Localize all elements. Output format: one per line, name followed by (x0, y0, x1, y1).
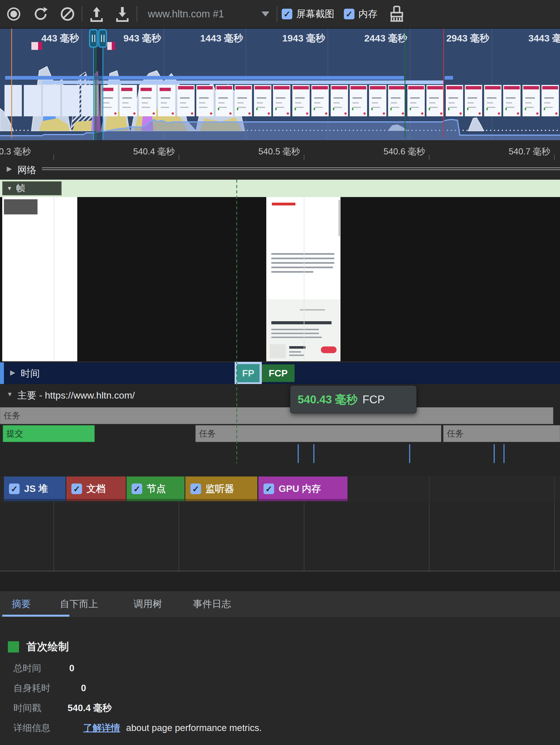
reload-button[interactable] (31, 4, 50, 24)
garbage-collect-icon (389, 5, 405, 23)
screenshot-marker-light (107, 42, 112, 50)
gpu-memory-checkbox[interactable]: ✓ (264, 484, 274, 494)
memory-checkbox[interactable]: ✓ (344, 9, 354, 19)
learn-more-link[interactable]: 了解详情 (83, 722, 120, 733)
timings-track[interactable]: ▶ 时间 FP FCP (0, 362, 560, 384)
summary-pane: 首次绘制 总时间 0 自身耗时 0 时间戳 540.4 毫秒 详细信息 了解详情… (0, 617, 560, 745)
overview-time-label: 1943 毫秒 (252, 32, 325, 45)
page-text-line (271, 333, 319, 334)
page-scrollbar (339, 200, 340, 236)
listeners-checkbox[interactable]: ✓ (190, 484, 201, 494)
documents-checkbox[interactable]: ✓ (71, 484, 82, 494)
download-icon (115, 6, 130, 22)
fcp-marker[interactable]: FCP (262, 364, 294, 382)
screenshots-checkbox[interactable]: ✓ (282, 9, 292, 19)
collapse-arrow-icon[interactable]: ▶ (10, 368, 15, 377)
legend-block-js-heap: ✓JS 堆 (4, 477, 66, 501)
frame-thumbnail-page[interactable] (266, 197, 341, 361)
screenshot-marker (107, 42, 115, 50)
screenshots-checkbox-label[interactable]: 屏幕截图 (296, 7, 334, 21)
network-track-label[interactable]: 网络 (18, 164, 36, 176)
collapse-arrow-icon[interactable]: ▶ (7, 165, 12, 173)
js-heap-label[interactable]: JS 堆 (24, 482, 48, 495)
event-color-swatch (8, 641, 19, 652)
ruler-tick (179, 155, 179, 160)
selection-left-stem[interactable] (93, 47, 94, 140)
timeline-overview[interactable]: 443 毫秒943 毫秒1443 毫秒1943 毫秒2443 毫秒2943 毫秒… (0, 29, 560, 140)
record-button[interactable] (4, 4, 24, 24)
selection-window[interactable] (93, 47, 103, 140)
task-bar[interactable]: 任务 (0, 407, 553, 424)
summary-event-title: 首次绘制 (26, 640, 69, 654)
overview-time-label: 3443 毫秒 (498, 32, 560, 45)
summary-label: 详细信息 (13, 722, 81, 734)
history-select[interactable]: www.hltn.com #1 (148, 8, 224, 20)
frames-track-content (0, 197, 560, 361)
network-collapsed-line (42, 169, 560, 170)
clear-button[interactable] (58, 4, 77, 24)
fcp-tooltip-value: 540.43 毫秒 (298, 392, 357, 407)
gridline-over-frame (54, 197, 54, 361)
selection-fcp-line (96, 47, 96, 140)
toolbar-separator (137, 6, 137, 22)
active-tab-underline (2, 615, 69, 617)
counters-graph[interactable] (0, 503, 560, 572)
timer-tick (313, 444, 314, 463)
frame-thumbnail[interactable] (2, 197, 77, 361)
page-text-line (271, 253, 334, 255)
page-card-line (289, 355, 304, 356)
collect-garbage-button[interactable] (387, 4, 407, 24)
load-profile-button[interactable] (87, 4, 106, 24)
network-collapsed-line (42, 167, 560, 168)
legend-block-documents: ✓文档 (66, 477, 126, 501)
timer-tick (494, 444, 495, 463)
tab-bottom-up[interactable]: 自下而上 (60, 591, 98, 617)
chevron-down-icon[interactable] (261, 11, 269, 17)
summary-label: 时间戳 (13, 702, 65, 714)
tab-summary[interactable]: 摘要 (12, 591, 31, 617)
task-bar[interactable]: 任务 (196, 425, 441, 442)
fp-marker[interactable]: FP (235, 362, 262, 385)
frames-track-label[interactable]: 帧 (16, 182, 25, 195)
expand-arrow-icon[interactable]: ▼ (7, 185, 12, 192)
gpu-memory-label[interactable]: GPU 内存 (279, 482, 321, 495)
frames-track-header[interactable]: ▼ 帧 (0, 180, 560, 197)
task-bar[interactable]: 任务 (443, 425, 560, 442)
main-thread-flamechart: 任务 提交 任务 任务 (0, 407, 560, 477)
ruler-time-label: 540.4 毫秒 (119, 146, 175, 158)
frames-track-chip[interactable]: ▼ 帧 (2, 181, 62, 195)
nodes-label[interactable]: 节点 (147, 482, 166, 495)
horizontal-scroll-strip[interactable] (0, 572, 560, 591)
main-thread-header[interactable]: ▼ 主要 - https://www.hltn.com/ (0, 384, 560, 407)
tab-call-tree[interactable]: 调用树 (134, 591, 162, 617)
network-track[interactable]: ▶ 网络 (0, 160, 560, 180)
commit-bar[interactable]: 提交 (3, 425, 95, 442)
counter-gridline (304, 503, 304, 571)
timer-tick (409, 444, 410, 463)
selection-left-handle[interactable] (89, 29, 98, 47)
summary-link-suffix: about page performance metrics. (126, 722, 261, 733)
overview-time-label: 2943 毫秒 (416, 32, 489, 45)
timings-track-label[interactable]: 时间 (21, 367, 40, 380)
listeners-label[interactable]: 监听器 (206, 482, 234, 495)
nodes-checkbox[interactable]: ✓ (132, 484, 142, 494)
selection-right-stem[interactable] (103, 47, 103, 140)
details-tabbar: 摘要 自下而上 调用树 事件日志 (0, 591, 560, 617)
js-heap-checkbox[interactable]: ✓ (9, 484, 20, 494)
tab-event-log[interactable]: 事件日志 (193, 591, 231, 617)
legend-block-nodes: ✓节点 (127, 477, 184, 501)
reload-icon (33, 6, 48, 22)
summary-row-timestamp: 时间戳 540.4 毫秒 (13, 702, 112, 714)
summary-row-total-time: 总时间 0 (13, 662, 74, 675)
main-thread-label[interactable]: 主要 - https://www.hltn.com/ (18, 389, 135, 402)
fcp-dashed-line (236, 180, 237, 463)
summary-value: 0 (81, 683, 86, 693)
screenshot-marker-dark (38, 42, 42, 50)
fcp-tooltip-metric: FCP (362, 393, 385, 406)
save-profile-button[interactable] (112, 4, 132, 24)
summary-label: 自身耗时 (13, 682, 78, 694)
documents-label[interactable]: 文档 (86, 482, 106, 495)
expand-arrow-icon[interactable]: ▼ (7, 391, 13, 398)
selection-right-handle[interactable] (98, 29, 107, 47)
memory-checkbox-label[interactable]: 内存 (358, 7, 378, 21)
